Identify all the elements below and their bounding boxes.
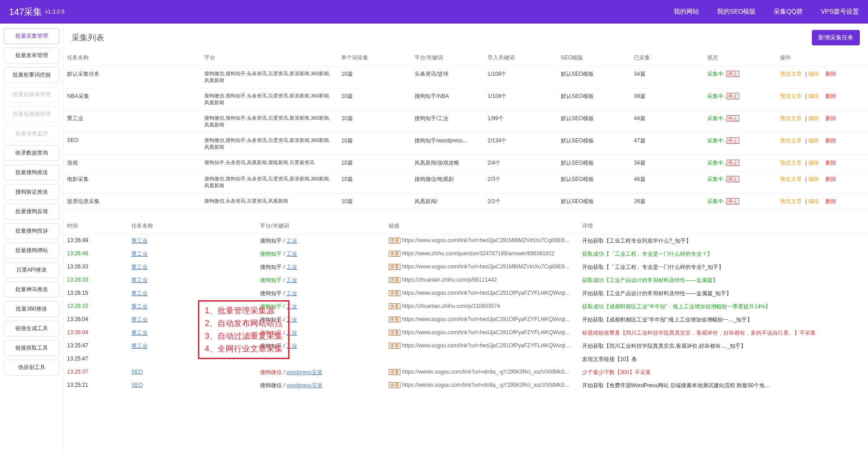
log-kw-link[interactable]: wordpress安装	[286, 369, 322, 375]
edit-link[interactable]: 编辑	[808, 198, 819, 205]
task-actions: 预览文章 | 编辑 删除	[776, 66, 868, 88]
view-badge[interactable]: 查看	[389, 290, 400, 296]
sidebar-item[interactable]: 批量发布管理	[4, 48, 59, 63]
stop-button[interactable]: 停止	[727, 176, 739, 182]
view-badge[interactable]: 查看	[389, 303, 400, 309]
preview-link[interactable]: 预览文章	[780, 93, 802, 99]
nav-link[interactable]: 我的网站	[674, 8, 699, 16]
view-badge[interactable]: 查看	[389, 382, 400, 388]
log-platform: 搜狗知乎 / 工业	[256, 287, 385, 300]
log-task-link[interactable]: SEO	[131, 369, 143, 375]
preview-link[interactable]: 预览文章	[780, 176, 802, 182]
log-kw-link[interactable]: 工业	[286, 290, 297, 297]
stop-button[interactable]: 停止	[727, 137, 739, 144]
view-badge[interactable]: 查看	[389, 264, 400, 270]
delete-link[interactable]: 删除	[825, 176, 836, 182]
task-count: 46篇	[630, 171, 703, 194]
task-single: 10篇	[338, 133, 410, 155]
log-link: 查看https://www.zhihu.com/question/3247871…	[385, 248, 578, 261]
nav-link[interactable]: 采集QQ群	[774, 8, 803, 16]
sidebar-item[interactable]: 批量搜狗绑站	[4, 243, 59, 258]
task-imported: 2/2个	[484, 194, 557, 210]
edit-link[interactable]: 编辑	[808, 71, 819, 77]
log-task-link[interactable]: 重工业	[131, 317, 148, 323]
sidebar-item[interactable]: 百度API推送	[4, 262, 59, 278]
sidebar-item[interactable]: 链接抓取工具	[4, 340, 59, 356]
log-task-link[interactable]: 重工业	[131, 251, 148, 257]
delete-link[interactable]: 删除	[825, 160, 836, 166]
sidebar-item[interactable]: 搜狗验证推送	[4, 184, 59, 200]
log-detail: 开始获取【四川工业科技学院真真实实,客观评价,好坏都有,..._知乎】	[579, 340, 868, 353]
log-detail: 开始获取【工业产品设计的常用材料及特性——金属篇_知乎】	[579, 287, 868, 300]
nav-link[interactable]: VPS拨号设置	[821, 8, 859, 16]
view-badge[interactable]: 查看	[389, 343, 400, 349]
view-badge[interactable]: 查看	[389, 251, 400, 257]
log-platform: 搜狗知乎 / 工业	[256, 248, 385, 261]
preview-link[interactable]: 预览文章	[780, 71, 802, 77]
preview-link[interactable]: 预览文章	[780, 198, 802, 205]
delete-link[interactable]: 删除	[825, 137, 836, 144]
delete-link[interactable]: 删除	[825, 198, 836, 205]
sidebar-item[interactable]: 批量搜狗投诉	[4, 223, 59, 239]
edit-link[interactable]: 编辑	[808, 93, 819, 99]
log-task-link[interactable]: 重工业	[131, 330, 148, 336]
sidebar-item[interactable]: 批量360推送	[4, 301, 59, 317]
delete-link[interactable]: 删除	[825, 115, 836, 122]
col-header: 任务名称	[63, 50, 201, 66]
log-task: SEO	[128, 366, 256, 379]
log-table: 时间任务名称平台/关键词链接详情 13:26:49重工业搜狗知乎 / 工业查看h…	[63, 218, 868, 392]
log-row: 13:26:04重工业搜狗知乎 / 工业查看https://www.sogou.…	[63, 313, 868, 326]
view-badge[interactable]: 查看	[389, 238, 400, 244]
log-url: https://www.sogou.com/link?url=hedJjaC29…	[402, 316, 570, 322]
log-task-link[interactable]: 重工业	[131, 264, 148, 270]
stop-button[interactable]: 停止	[727, 71, 739, 77]
edit-link[interactable]: 编辑	[808, 176, 819, 182]
log-time: 13:26:49	[63, 248, 128, 261]
log-task-link[interactable]: 重工业	[131, 303, 148, 310]
stop-button[interactable]: 停止	[727, 93, 739, 99]
delete-link[interactable]: 删除	[825, 93, 836, 99]
log-kw-link[interactable]: 工业	[286, 251, 297, 257]
nav-link[interactable]: 我的SEO模版	[717, 8, 756, 16]
view-badge[interactable]: 查看	[389, 330, 400, 336]
task-actions: 预览文章 | 编辑 删除	[776, 194, 868, 210]
log-task-link[interactable]: 重工业	[131, 290, 148, 297]
task-platforms: 搜狗知乎,头条资讯,凤凰新闻,搜狐新闻,百度最资讯	[201, 155, 338, 171]
preview-link[interactable]: 预览文章	[780, 137, 802, 144]
view-badge[interactable]: 查看	[389, 277, 400, 283]
sidebar-item[interactable]: 批量采集管理	[4, 28, 59, 44]
sidebar-item[interactable]: 收录数据查询	[4, 145, 59, 161]
log-task-link[interactable]: 重工业	[131, 277, 148, 283]
preview-link[interactable]: 预览文章	[780, 160, 802, 166]
sidebar-item[interactable]: 批量搜狗推送	[4, 165, 59, 180]
sidebar-item[interactable]: 批量神马推送	[4, 282, 59, 297]
view-badge[interactable]: 查看	[389, 369, 400, 375]
log-time: 13:26:15	[63, 287, 128, 300]
stop-button[interactable]: 停止	[727, 160, 739, 166]
stop-button[interactable]: 停止	[727, 198, 739, 205]
view-badge[interactable]: 查看	[389, 317, 400, 322]
edit-link[interactable]: 编辑	[808, 115, 819, 122]
log-kw-link[interactable]: wordpress安装	[286, 382, 322, 389]
col-header: 平台	[201, 50, 338, 66]
log-kw-link[interactable]: 工业	[286, 277, 297, 283]
log-task-link[interactable]: SEO	[131, 382, 143, 388]
sidebar-item[interactable]: 链接生成工具	[4, 321, 59, 336]
new-task-button[interactable]: 新增采集任务	[812, 30, 860, 45]
preview-link[interactable]: 预览文章	[780, 115, 802, 122]
log-kw-link[interactable]: 工业	[286, 238, 297, 244]
overlay-line: 1、批量管理采集源	[205, 304, 283, 317]
stop-button[interactable]: 停止	[727, 115, 739, 122]
edit-link[interactable]: 编辑	[808, 160, 819, 166]
task-status: 采集中..停止	[704, 133, 776, 155]
sidebar-item[interactable]: 批量搜狗反馈	[4, 204, 59, 219]
task-keyword: 搜狗微信/电视剧	[411, 171, 484, 194]
delete-link[interactable]: 删除	[825, 71, 836, 77]
sidebar-item[interactable]: 伪原创工具	[4, 360, 59, 375]
log-task-link[interactable]: 重工业	[131, 238, 148, 244]
sidebar-item[interactable]: 批量权重词挖掘	[4, 67, 59, 83]
task-actions: 预览文章 | 编辑 删除	[776, 171, 868, 194]
log-kw-link[interactable]: 工业	[286, 264, 297, 270]
log-task-link[interactable]: 重工业	[131, 343, 148, 349]
edit-link[interactable]: 编辑	[808, 137, 819, 144]
